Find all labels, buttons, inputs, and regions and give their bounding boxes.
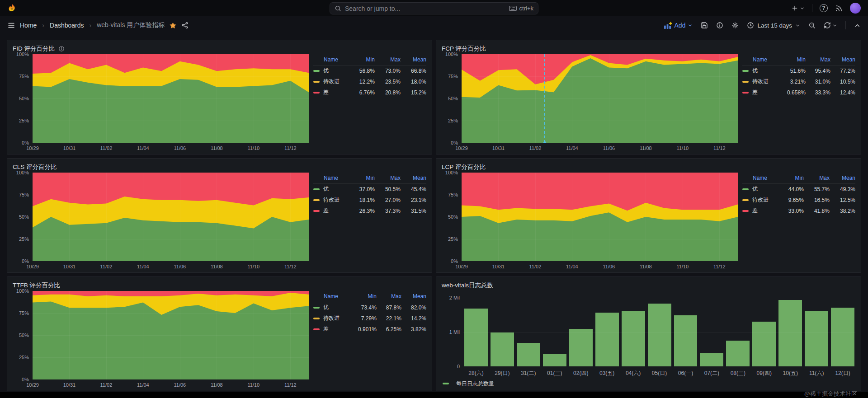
legend-series-name[interactable]: 优 [742,184,778,195]
area-chart[interactable]: 0%25%50%75%100%10/2910/3111/0211/0411/06… [13,291,309,389]
legend-header[interactable]: Mean [401,173,426,184]
share-button[interactable] [181,22,189,29]
bar[interactable] [491,332,514,366]
legend-header[interactable]: Max [804,173,830,184]
legend-series-name[interactable]: 待改进 [313,195,349,206]
bar[interactable] [778,300,802,366]
breadcrumb-item-dashboards[interactable]: Dashboards [50,22,84,29]
legend-series-name[interactable]: 待改进 [313,313,348,324]
legend-row: 差0.658%33.3%12.4% [742,87,855,98]
legend-header[interactable]: Min [349,55,375,66]
save-button[interactable] [701,22,708,29]
legend-header[interactable]: Min [777,55,806,66]
gridline [33,217,309,217]
x-axis: 10/2910/3111/0211/0411/0611/0811/1011/12 [33,143,309,152]
legend-series-name[interactable]: 差 [742,87,777,98]
gridline [462,98,738,99]
x-axis-label: 11/08 [211,145,223,151]
bar[interactable] [700,353,723,366]
series-swatch [742,92,749,94]
clock-icon [747,22,754,29]
legend-series-name[interactable]: 优 [742,66,777,77]
y-axis-label: 100% [445,170,458,175]
legend-header[interactable]: Mean [401,55,426,66]
annotation-line[interactable] [544,54,545,143]
bar[interactable] [726,341,750,366]
plot-area[interactable] [463,291,855,366]
legend-mean: 18.0% [401,76,426,87]
search-input[interactable] [345,5,505,12]
bar[interactable] [569,329,593,367]
x-axis-label: 10/29 [26,264,39,269]
user-avatar[interactable] [850,3,861,14]
news-button[interactable] [835,5,843,12]
bar[interactable] [517,343,540,366]
legend-series-name[interactable]: 待改进 [313,76,349,87]
legend-series-name[interactable]: 每日日志总数量 [456,380,494,388]
bar[interactable] [831,308,854,366]
bar[interactable] [648,304,671,366]
bar[interactable] [805,311,828,366]
legend-max: 37.3% [375,206,401,216]
panel-info-icon[interactable] [58,46,65,52]
bar[interactable] [543,354,566,366]
legend-header[interactable]: Max [375,55,401,66]
legend-header[interactable]: Mean [830,55,855,66]
rss-icon [835,5,843,12]
legend-series-name[interactable]: 差 [313,324,348,335]
area-chart[interactable]: 0%25%50%75%100%10/2910/3111/0211/0411/06… [13,54,309,152]
settings-button[interactable] [731,22,739,29]
bar[interactable] [622,311,645,366]
plot-area[interactable] [33,54,309,143]
legend-series-name[interactable]: 差 [313,87,349,98]
legend-series-name[interactable]: 优 [313,184,349,195]
legend-series-name[interactable]: 待改进 [742,76,777,87]
legend-header[interactable]: Min [348,292,377,302]
legend-header[interactable]: Name [313,173,349,184]
legend-header[interactable]: Min [778,173,804,184]
grafana-logo-icon[interactable] [7,3,17,13]
legend-header[interactable]: Name [742,55,777,66]
collapse-button[interactable] [854,22,861,29]
legend-header[interactable]: Min [349,173,375,184]
add-button[interactable]: Add [664,22,693,29]
legend-series-name[interactable]: 优 [313,66,349,77]
area-chart[interactable]: 0%25%50%75%100%10/2910/3111/0211/0411/06… [442,173,738,270]
plot-area[interactable] [462,173,738,261]
menu-button[interactable] [7,21,15,29]
area-chart[interactable]: 0%25%50%75%100%10/2910/3111/0211/0411/06… [442,54,738,152]
legend-header[interactable]: Mean [830,173,855,184]
legend-header[interactable]: Name [313,292,348,302]
time-range-picker[interactable]: Last 15 days [747,22,800,29]
area-chart[interactable]: 0%25%50%75%100%10/2910/3111/0211/0411/06… [13,173,309,270]
legend-header[interactable]: Max [377,292,401,302]
breadcrumb-item-home[interactable]: Home [20,22,37,29]
legend-series-name[interactable]: 差 [742,206,778,216]
legend-header[interactable]: Name [313,55,349,66]
bar[interactable] [674,315,698,366]
legend-series-name[interactable]: 差 [313,206,349,216]
bar[interactable] [464,309,488,366]
legend-series-name[interactable]: 优 [313,302,348,314]
legend-series-name[interactable]: 待改进 [742,195,778,206]
search-box[interactable]: ctrl+k [330,2,538,14]
x-axis: 10/2910/3111/0211/0411/0611/0811/1011/12 [33,379,309,389]
plot-area[interactable] [33,173,309,261]
legend-header[interactable]: Mean [401,292,426,302]
keyboard-icon [509,5,517,11]
dashboard-info-button[interactable] [716,22,723,29]
zoom-out-button[interactable] [808,22,816,29]
plot-area[interactable] [462,54,738,143]
legend-header[interactable]: Name [742,173,778,184]
help-button[interactable]: ? [820,4,828,12]
plot-area[interactable] [33,291,309,379]
favorite-button[interactable] [169,22,177,29]
bar[interactable] [752,322,776,366]
new-button[interactable] [791,5,805,12]
bar[interactable] [595,313,619,366]
refresh-button[interactable] [824,22,837,29]
legend-header[interactable]: Max [806,55,830,66]
legend-header[interactable]: Max [375,173,401,184]
panel-title[interactable]: web-vitals日志总数 [442,281,493,290]
bar-chart[interactable]: 01 Mil2 Mil28(六)29(日)31(二)01(三)02(四)03(五… [442,291,855,389]
